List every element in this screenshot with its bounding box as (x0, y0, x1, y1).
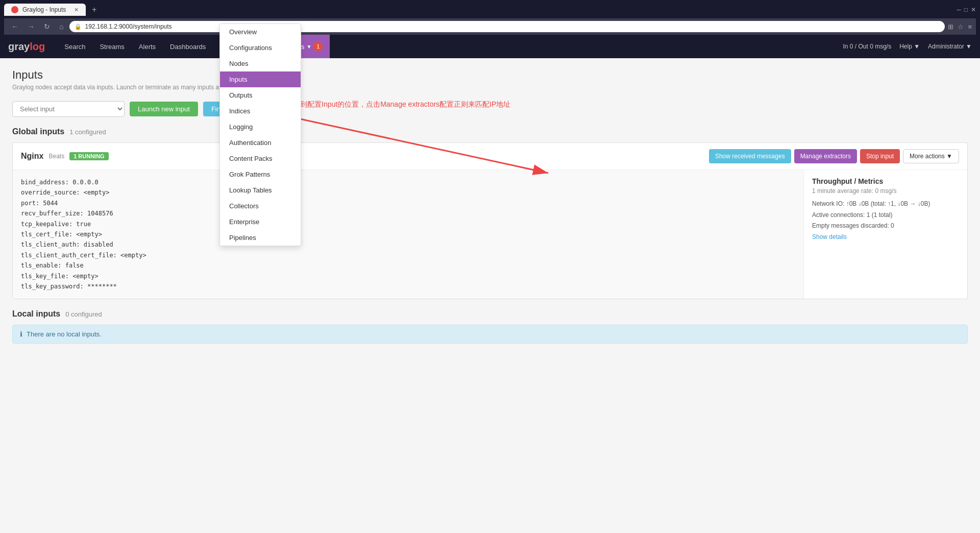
config-line: tls_cert_file: <empty> (21, 229, 795, 239)
close-tab-button[interactable]: ✕ (74, 7, 79, 13)
input-card-header: Nginx Beats 1 RUNNING Show received mess… (13, 143, 967, 170)
dropdown-grok-patterns[interactable]: Grok Patterns (220, 166, 301, 182)
input-metrics: Throughput / Metrics 1 minute average ra… (804, 170, 967, 299)
input-actions: Show received messages Manage extractors… (709, 149, 959, 163)
input-card-body: bind_address: 0.0.0.0 override_source: <… (13, 170, 967, 299)
admin-link[interactable]: Administrator ▼ (928, 43, 972, 50)
config-line: tls_client_auth: disabled (21, 239, 795, 250)
network-io: Network IO: ↑0B ↓0B (total: ↑1, ↓0B → ↓0… (812, 199, 959, 210)
dropdown-outputs[interactable]: Outputs (220, 87, 301, 103)
dropdown-configurations[interactable]: Configurations (220, 40, 301, 56)
system-dropdown-menu: Overview Configurations Nodes Inputs Out… (219, 23, 301, 246)
browser-tools: ⊞ ☆ ≡ (948, 23, 972, 31)
config-line: tls_client_auth_cert_file: <empty> (21, 250, 795, 260)
url-text: 192.168.1.2:9000/system/inputs (85, 23, 172, 30)
nav-alerts[interactable]: Alerts (132, 35, 163, 58)
notification-badge: 1 (313, 42, 323, 51)
global-inputs-title: Global inputs (12, 127, 64, 136)
help-link[interactable]: Help ▼ (899, 43, 920, 50)
dropdown-content-packs[interactable]: Content Packs (220, 151, 301, 166)
launch-input-button[interactable]: Launch new input (130, 102, 198, 116)
local-inputs-count: 0 configured (65, 310, 102, 318)
more-actions-arrow-icon: ▼ (946, 153, 952, 160)
dropdown-overview[interactable]: Overview (220, 24, 301, 40)
dropdown-authentication[interactable]: Authentication (220, 135, 301, 151)
nav-streams[interactable]: Streams (92, 35, 131, 58)
dropdown-lookup-tables[interactable]: Lookup Tables (220, 182, 301, 198)
show-details-link[interactable]: Show details (812, 233, 847, 240)
active-connections: Active connections: 1 (1 total) (812, 210, 959, 221)
config-line: tls_enable: false (21, 260, 795, 271)
config-line: recv_buffer_size: 1048576 (21, 208, 795, 219)
stop-input-button[interactable]: Stop input (860, 149, 900, 163)
dropdown-logging[interactable]: Logging (220, 119, 301, 135)
nav-right: In 0 / Out 0 msg/s Help ▼ Administrator … (843, 43, 972, 50)
forward-button[interactable]: → (24, 21, 38, 32)
config-line: override_source: <empty> (21, 187, 795, 198)
browser-toolbar: ← → ↻ ⌂ 🔒 192.168.1.2:9000/system/inputs… (4, 18, 976, 35)
page-content: Inputs Graylog nodes accept data via inp… (0, 58, 980, 533)
new-tab-button[interactable]: + (90, 3, 99, 16)
tab-bar: Graylog - Inputs ✕ + ─ □ ✕ (4, 3, 976, 16)
active-tab[interactable]: Graylog - Inputs ✕ (4, 4, 86, 16)
local-inputs-header: Local inputs 0 configured (12, 309, 968, 319)
app-navbar: graylog Search Streams Alerts Dashboards… (0, 35, 980, 58)
refresh-button[interactable]: ↻ (41, 21, 53, 32)
minimize-button[interactable]: ─ (957, 6, 961, 13)
config-line: tcp_keepalive: true (21, 219, 795, 229)
bookmark-icon[interactable]: ☆ (958, 23, 964, 31)
config-line: tls_key_file: <empty> (21, 271, 795, 281)
show-received-button[interactable]: Show received messages (709, 149, 791, 163)
dropdown-pipelines[interactable]: Pipelines (220, 230, 301, 246)
close-button[interactable]: ✕ (971, 6, 976, 13)
no-local-inputs-alert: ℹ There are no local inputs. (12, 325, 968, 344)
maximize-button[interactable]: □ (964, 6, 968, 13)
config-line: port: 5044 (21, 198, 795, 208)
admin-dropdown-icon: ▼ (966, 43, 972, 50)
global-inputs-header: Global inputs 1 configured (12, 127, 968, 136)
dropdown-nodes[interactable]: Nodes (220, 56, 301, 71)
local-inputs-section: Local inputs 0 configured ℹ There are no… (12, 309, 968, 344)
page-subtitle: Graylog nodes accept data via inputs. La… (12, 84, 968, 91)
dropdown-indices[interactable]: Indices (220, 103, 301, 119)
input-name: Nginx (21, 152, 43, 161)
tab-favicon (11, 6, 18, 13)
input-type: Beats (48, 153, 64, 160)
page-title: Inputs (12, 68, 968, 82)
config-line: bind_address: 0.0.0.0 (21, 177, 795, 187)
dropdown-enterprise[interactable]: Enterprise (220, 214, 301, 230)
dropdown-inputs[interactable]: Inputs (220, 71, 301, 87)
manage-extractors-button[interactable]: Manage extractors (794, 149, 857, 163)
dropdown-collectors[interactable]: Collectors (220, 198, 301, 214)
throughput-display: In 0 / Out 0 msg/s (843, 43, 891, 50)
metrics-detail: Network IO: ↑0B ↓0B (total: ↑1, ↓0B → ↓0… (812, 199, 959, 243)
config-line: tls_key_password: ******** (21, 281, 795, 292)
help-dropdown-icon: ▼ (914, 43, 920, 50)
info-icon: ℹ (20, 330, 22, 338)
no-local-inputs-text: There are no local inputs. (27, 330, 102, 338)
app-logo: graylog (8, 41, 45, 53)
back-button[interactable]: ← (8, 21, 21, 32)
more-actions-button[interactable]: More actions ▼ (903, 149, 959, 163)
metrics-title: Throughput / Metrics (812, 177, 959, 185)
input-config: bind_address: 0.0.0.0 override_source: <… (13, 170, 804, 299)
dropdown-arrow-icon: ▼ (307, 44, 312, 50)
inputs-toolbar: Select input Launch new input Find n (12, 101, 968, 117)
tab-title: Graylog - Inputs (22, 6, 66, 13)
browser-chrome: Graylog - Inputs ✕ + ─ □ ✕ ← → ↻ ⌂ 🔒 192… (0, 0, 980, 35)
extensions-icon[interactable]: ⊞ (948, 23, 953, 31)
select-input-dropdown[interactable]: Select input (12, 101, 125, 117)
lock-icon: 🔒 (75, 23, 82, 30)
home-button[interactable]: ⌂ (56, 21, 66, 32)
global-inputs-count: 1 configured (69, 128, 106, 136)
address-bar[interactable]: 🔒 192.168.1.2:9000/system/inputs (69, 21, 945, 32)
running-badge: 1 RUNNING (69, 152, 109, 160)
empty-messages: Empty messages discarded: 0 (812, 221, 959, 232)
input-card-nginx: Nginx Beats 1 RUNNING Show received mess… (12, 142, 968, 299)
menu-icon[interactable]: ≡ (968, 23, 972, 31)
nav-dashboards[interactable]: Dashboards (163, 35, 213, 58)
window-controls: ─ □ ✕ (957, 6, 976, 13)
local-inputs-title: Local inputs (12, 309, 60, 319)
metrics-rate: 1 minute average rate: 0 msg/s (812, 187, 959, 195)
nav-search[interactable]: Search (57, 35, 92, 58)
